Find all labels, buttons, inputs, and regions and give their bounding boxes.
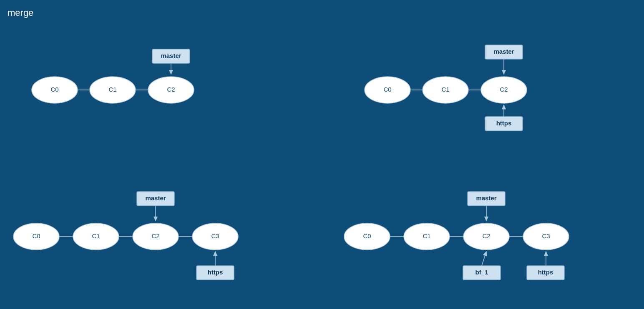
- label-bl-c0: C0: [32, 232, 40, 239]
- label-tl-master-text: master: [161, 52, 181, 59]
- label-bl-master-text: master: [145, 194, 166, 202]
- label-bl-c2: C2: [151, 232, 159, 239]
- label-bl-https-text: https: [208, 269, 223, 276]
- label-bl-c1: C1: [92, 232, 100, 239]
- label-tr-c0: C0: [383, 86, 391, 93]
- label-br-c2: C2: [482, 232, 490, 239]
- label-br-bf1-text: bf_1: [475, 269, 488, 276]
- label-br-https-text: https: [538, 269, 553, 276]
- label-tl-c2: C2: [167, 86, 175, 93]
- label-tl-c1: C1: [108, 86, 116, 93]
- label-tr-c2: C2: [500, 86, 508, 93]
- label-bl-c3: C3: [211, 232, 219, 239]
- diagram-canvas: C0 C1 C2 master C0 C1 C2 master https C0…: [0, 0, 644, 309]
- label-br-master-text: master: [476, 194, 496, 202]
- arrow-br-bf1: [482, 252, 486, 266]
- label-br-c1: C1: [423, 232, 430, 239]
- label-tr-master-text: master: [493, 48, 514, 55]
- label-tr-https-text: https: [496, 120, 512, 127]
- label-tl-c0: C0: [50, 86, 58, 93]
- label-br-c0: C0: [363, 232, 371, 239]
- label-br-c3: C3: [542, 232, 550, 239]
- label-tr-c1: C1: [441, 86, 449, 93]
